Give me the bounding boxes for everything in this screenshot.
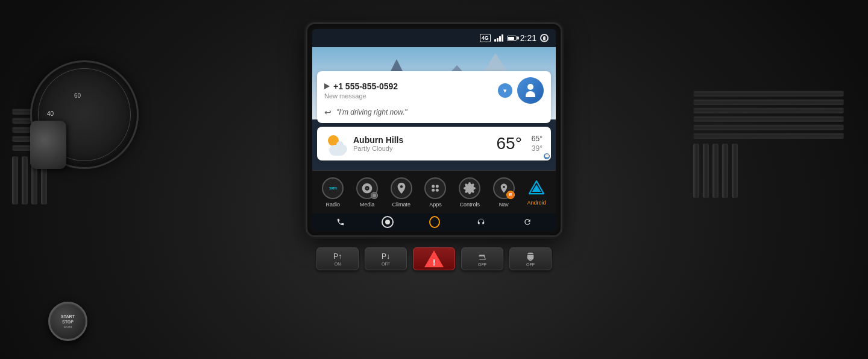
status-bar: 4G 2:21 — [312, 29, 556, 47]
nav-center-circle[interactable] — [429, 217, 440, 227]
start-stop-label: START — [61, 314, 75, 319]
phone-nav-icon[interactable] — [335, 217, 346, 227]
weather-card[interactable]: Auburn Hills Partly Cloudy 65° 65° 39° — [317, 127, 551, 160]
current-temp: 65° — [497, 134, 522, 153]
signal-bars — [494, 34, 503, 42]
car-interior: 60 40 START STOP RUN — [0, 0, 868, 359]
main-screen: 4G 2:21 — [312, 29, 556, 230]
climate-label: Climate — [392, 202, 410, 208]
play-icon[interactable] — [324, 83, 330, 89]
weather-description: Partly Cloudy — [353, 145, 403, 152]
steering-column-knob — [30, 121, 66, 169]
app-radio[interactable]: sxm Radio — [322, 177, 344, 208]
apps-label: Apps — [429, 202, 442, 208]
seat-heat-1-button[interactable]: OFF — [461, 247, 503, 270]
city-name: Auburn Hills — [353, 135, 403, 145]
p-on-button[interactable]: P↑ ON — [316, 247, 359, 270]
auto-reply-row: ↩ "I'm driving right now." — [324, 107, 544, 117]
notifications-area: +1 555-855-0592 New message ▾ — [317, 71, 551, 160]
weather-left: Auburn Hills Partly Cloudy — [326, 133, 403, 154]
message-sender: +1 555-855-0592 — [324, 81, 398, 91]
apps-icon-circle — [424, 177, 446, 199]
p-on-icon: P↑ — [333, 252, 342, 261]
app-nav[interactable]: E Nav — [493, 177, 515, 208]
contact-avatar: 💬 — [517, 77, 544, 104]
seat-2-label: OFF — [526, 262, 535, 267]
reply-arrow-icon: ↩ — [324, 107, 332, 117]
stop-label: STOP — [62, 319, 74, 325]
mic-icon[interactable] — [540, 34, 549, 42]
seat-heat-2-button[interactable]: OFF — [509, 247, 552, 270]
app-media[interactable]: Media — [356, 177, 378, 208]
android-label: Android — [527, 200, 546, 206]
svg-point-3 — [436, 188, 439, 191]
controls-icon-circle — [459, 177, 480, 199]
screen-bezel: 4G 2:21 — [307, 24, 561, 235]
media-label: Media — [360, 202, 375, 208]
status-right: 4G 2:21 — [480, 33, 549, 43]
lte-badge: 4G — [480, 34, 491, 43]
media-icon-circle — [356, 177, 378, 199]
svg-point-2 — [432, 188, 435, 191]
home-nav-icon[interactable] — [382, 216, 394, 228]
temp-low: 39° — [532, 144, 542, 153]
gauge-number-60: 60 — [74, 92, 81, 99]
seat-icon — [477, 252, 488, 261]
signal-bar-3 — [499, 36, 501, 42]
hazard-button[interactable]: ! — [413, 247, 455, 270]
p-off-button[interactable]: P↓ OFF — [365, 247, 407, 270]
app-android-auto[interactable]: Android — [527, 179, 546, 206]
svg-point-1 — [436, 185, 439, 188]
controls-label: Controls — [459, 202, 480, 208]
temp-high: 65° — [532, 135, 542, 143]
message-info: +1 555-855-0592 New message — [324, 81, 398, 100]
run-label: RUN — [64, 325, 72, 329]
climate-icon-circle — [391, 177, 412, 199]
battery-icon — [507, 36, 517, 41]
start-stop-button[interactable]: START STOP RUN — [48, 302, 87, 341]
signal-bar-2 — [497, 38, 498, 42]
app-apps[interactable]: Apps — [424, 177, 446, 208]
seat2-icon — [525, 252, 536, 261]
message-subtitle: New message — [324, 92, 398, 100]
bottom-nav-bar — [312, 214, 556, 230]
below-screen-controls: P↑ ON P↓ OFF ! OFF OFF — [283, 241, 585, 276]
signal-bar-1 — [494, 39, 496, 42]
expand-button[interactable]: ▾ — [498, 83, 512, 98]
sxm-logo: sxm — [322, 177, 344, 199]
cloud-icon — [333, 145, 347, 153]
auto-reply-text: "I'm driving right now." — [336, 108, 407, 116]
svg-point-0 — [432, 185, 435, 188]
headphone-nav-icon[interactable] — [476, 217, 486, 227]
p-on-label: ON — [335, 262, 341, 266]
right-vent — [693, 91, 856, 198]
app-climate[interactable]: Climate — [391, 177, 412, 208]
app-controls[interactable]: Controls — [459, 177, 480, 208]
weather-icon — [326, 133, 347, 154]
weather-info: Auburn Hills Partly Cloudy — [353, 135, 403, 152]
start-stop-area: START STOP RUN — [48, 302, 87, 341]
p-off-icon: P↓ — [382, 252, 390, 261]
phone-number: +1 555-855-0592 — [333, 81, 398, 91]
app-drawer: sxm Radio Media — [312, 170, 556, 214]
gauge-number-40: 40 — [47, 110, 54, 117]
p-off-label: OFF — [382, 262, 390, 266]
time-display: 2:21 — [520, 33, 536, 43]
android-auto-icon — [527, 179, 546, 197]
nav-label: Nav — [499, 202, 509, 208]
refresh-nav-icon[interactable] — [522, 217, 533, 227]
signal-bar-4 — [502, 34, 503, 42]
weather-right: 65° 65° 39° — [497, 134, 543, 153]
radio-label: Radio — [326, 202, 341, 208]
seat-1-label: OFF — [478, 262, 486, 267]
temp-range: 65° 39° — [532, 135, 542, 153]
nav-icon-circle: E — [493, 177, 515, 199]
message-notification[interactable]: +1 555-855-0592 New message ▾ — [317, 71, 551, 123]
